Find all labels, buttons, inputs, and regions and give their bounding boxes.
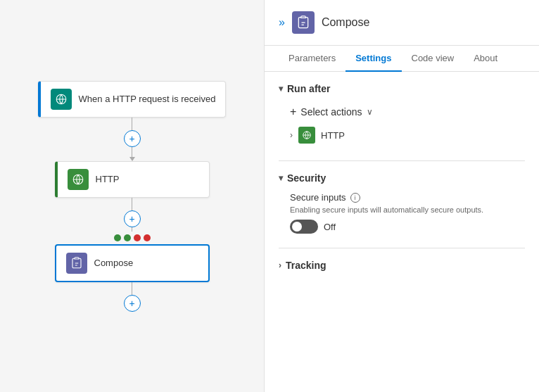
add-step-button-2[interactable]: + [124, 210, 141, 227]
run-after-title: Run after [287, 83, 330, 94]
dot-1 [114, 234, 121, 241]
dot-2 [124, 234, 131, 241]
tab-settings[interactable]: Settings [345, 46, 401, 72]
http-expand-icon: › [290, 130, 293, 140]
connector-line-3 [132, 282, 132, 295]
secure-inputs-desc: Enabling secure inputs will automaticall… [290, 206, 525, 214]
section-divider-2 [279, 248, 525, 248]
tracking-title: Tracking [286, 260, 326, 271]
tab-about[interactable]: About [464, 46, 507, 72]
toggle-thumb [292, 222, 302, 232]
select-actions-chevron: ∨ [367, 107, 373, 117]
connector-line-2 [132, 198, 132, 210]
connector-2: + [124, 198, 141, 232]
dot-3 [134, 234, 141, 241]
flow-canvas: When a HTTP request is received + HTTP + [0, 0, 264, 392]
security-section: ▾ Security Secure inputs i Enabling secu… [279, 172, 525, 234]
tabs-bar: Parameters Settings Code view About [265, 46, 539, 72]
tab-code-view[interactable]: Code view [402, 46, 464, 72]
compose-title-icon [292, 11, 315, 34]
connector-line-2b [132, 227, 132, 232]
toggle-row: Off [290, 220, 525, 234]
connector-line-1 [132, 118, 132, 130]
http-run-after-row[interactable]: › HTTP [279, 124, 525, 146]
http-node[interactable]: HTTP [55, 161, 210, 198]
run-after-chevron: ▾ [279, 84, 283, 94]
connector-3: + [124, 282, 141, 312]
panel-title: Compose [322, 16, 369, 29]
security-header[interactable]: ▾ Security [279, 172, 525, 184]
secure-inputs-info-icon[interactable]: i [350, 193, 360, 203]
tracking-chevron: › [279, 260, 281, 270]
dot-4 [144, 234, 151, 241]
compose-node[interactable]: Compose [55, 244, 210, 282]
secure-inputs-label-row: Secure inputs i [290, 192, 525, 203]
http-node-label: HTTP [96, 174, 120, 184]
http-row-icon [298, 127, 315, 144]
add-step-button-3[interactable]: + [124, 295, 141, 312]
arrow-line-1 [132, 147, 132, 157]
run-after-section: ▾ Run after + Select actions ∨ › HTTP [279, 83, 525, 146]
flow-container: When a HTTP request is received + HTTP + [38, 81, 227, 312]
plus-icon: + [290, 106, 296, 118]
panel-content: ▾ Run after + Select actions ∨ › HTTP ▾ … [265, 72, 539, 392]
secure-inputs-toggle[interactable] [290, 220, 318, 234]
add-step-button-1[interactable]: + [124, 130, 141, 147]
select-actions-row[interactable]: + Select actions ∨ [279, 103, 525, 124]
http-row-label: HTTP [321, 130, 345, 141]
panel-header: » Compose [265, 0, 539, 46]
compose-node-icon [66, 253, 87, 274]
connector-1: + [124, 118, 141, 161]
toggle-off-label: Off [324, 222, 336, 232]
security-title: Security [287, 172, 326, 184]
http-node-icon [68, 169, 89, 190]
http-request-label: When a HTTP request is received [79, 94, 216, 104]
security-chevron: ▾ [279, 173, 283, 183]
right-panel: » Compose Parameters Settings Code view … [264, 0, 539, 392]
collapse-button[interactable]: » [279, 16, 285, 29]
security-content: Secure inputs i Enabling secure inputs w… [279, 192, 525, 234]
arrow-head-1 [129, 157, 135, 161]
run-after-header[interactable]: ▾ Run after [279, 83, 525, 94]
select-actions-label: Select actions [300, 106, 362, 118]
http-request-node[interactable]: When a HTTP request is received [38, 81, 227, 118]
secure-inputs-label: Secure inputs [290, 192, 346, 203]
status-dots [114, 234, 151, 241]
compose-node-label: Compose [94, 258, 134, 268]
section-divider-1 [279, 160, 525, 161]
http-request-icon [51, 89, 72, 110]
tab-parameters[interactable]: Parameters [279, 46, 345, 72]
tracking-section[interactable]: › Tracking [279, 260, 525, 271]
